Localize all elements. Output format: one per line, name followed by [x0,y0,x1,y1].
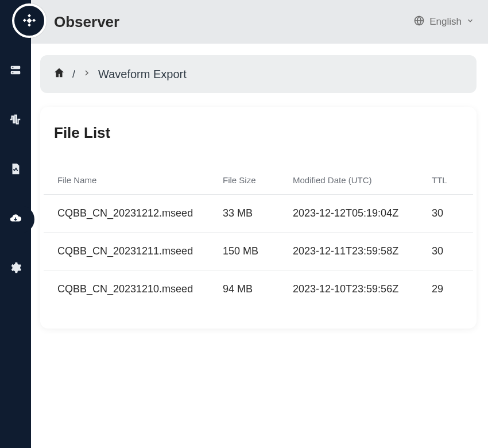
waveform-icon [9,113,22,128]
gear-icon [9,261,22,276]
col-header-modified[interactable]: Modified Date (UTC) [279,169,418,195]
file-chart-icon [9,163,22,177]
svg-point-4 [13,67,14,68]
language-picker[interactable]: English [413,15,474,29]
cell-filesize: 94 MB [209,271,279,308]
svg-point-5 [13,72,14,74]
file-table: File Name File Size Modified Date (UTC) … [40,142,477,308]
cell-modified: 2023-12-10T23:59:56Z [279,271,418,308]
globe-icon [413,15,425,29]
col-header-name[interactable]: File Name [44,169,209,195]
sidebar-item-server[interactable] [0,57,31,85]
chevron-down-icon [466,17,474,27]
table-header-row: File Name File Size Modified Date (UTC) … [44,169,473,195]
svg-rect-3 [11,71,21,74]
cell-filename: CQBB_CN_20231210.mseed [44,271,209,308]
app-logo[interactable] [12,3,47,38]
cell-modified: 2023-12-11T23:59:58Z [279,233,418,271]
panel-title: File List [40,121,477,142]
cell-ttl: 30 [418,233,473,271]
language-label: English [429,16,462,28]
content-area: / Waveform Export File List File Name Fi… [31,44,488,448]
sidebar-item-settings[interactable] [0,255,31,283]
cell-ttl: 30 [418,195,473,233]
cloud-download-icon [9,212,22,227]
svg-rect-2 [11,66,21,69]
sidebar-item-waveform[interactable] [0,107,31,134]
col-header-ttl[interactable]: TTL [418,169,473,195]
table-row[interactable]: CQBB_CN_20231210.mseed 94 MB 2023-12-10T… [44,271,473,308]
cell-ttl: 29 [418,271,473,308]
file-list-panel: File List File Name File Size Modified D… [40,107,477,329]
table-row[interactable]: CQBB_CN_20231211.mseed 150 MB 2023-12-11… [44,233,473,271]
cell-filesize: 150 MB [209,233,279,271]
chevron-right-icon [82,68,91,80]
cell-filename: CQBB_CN_20231211.mseed [44,233,209,271]
sidebar-item-file-chart[interactable] [0,156,31,184]
breadcrumb: / Waveform Export [40,55,477,93]
cell-modified: 2023-12-12T05:19:04Z [279,195,418,233]
home-icon[interactable] [53,67,65,82]
sidebar [0,0,31,448]
col-header-size[interactable]: File Size [209,169,279,195]
server-icon [9,64,22,79]
sidebar-item-export[interactable] [0,206,31,233]
app-title: Observer [54,13,119,31]
breadcrumb-separator: / [72,68,75,80]
table-row[interactable]: CQBB_CN_20231212.mseed 33 MB 2023-12-12T… [44,195,473,233]
app-header: Observer English [0,0,488,44]
svg-rect-1 [26,18,32,23]
cell-filename: CQBB_CN_20231212.mseed [44,195,209,233]
breadcrumb-current: Waveform Export [98,68,187,81]
cell-filesize: 33 MB [209,195,279,233]
